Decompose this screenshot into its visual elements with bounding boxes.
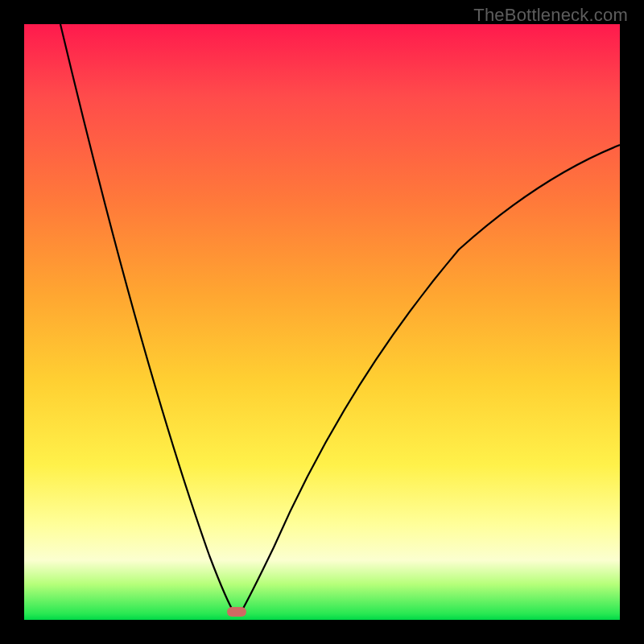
- curve-right-branch: [240, 145, 620, 614]
- watermark-text: TheBottleneck.com: [473, 5, 628, 26]
- minimum-marker: [227, 607, 246, 617]
- curve-left-branch: [60, 24, 235, 614]
- chart-frame: TheBottleneck.com: [0, 0, 644, 644]
- plot-area: [24, 24, 620, 620]
- bottleneck-curve: [24, 24, 620, 620]
